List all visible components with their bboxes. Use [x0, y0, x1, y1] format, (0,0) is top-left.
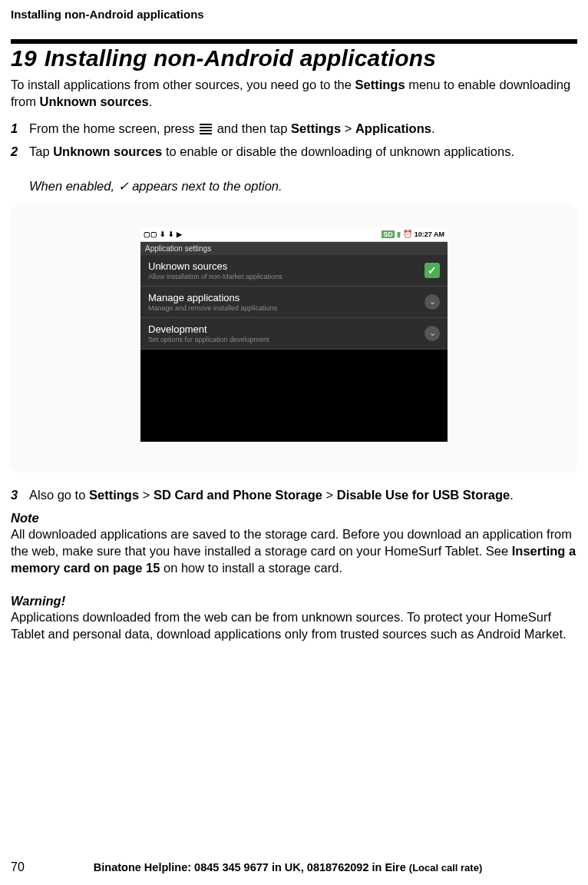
android-titlebar: Application settings: [140, 242, 448, 255]
android-screenshot: ▢▢ ⬇ ⬇ ▶ SD ▮ ⏰ 10:27 AM Application set…: [140, 227, 448, 442]
chapter-number: 19: [11, 45, 37, 71]
chevron-icon: ⌄: [424, 294, 440, 310]
step-2-text-b: to enable or disable the downloading of …: [162, 144, 514, 158]
step-3-text-a: Also go to: [29, 488, 89, 502]
step-1: 1 From the home screen, press and then t…: [11, 120, 577, 137]
step-1-text-a: From the home screen, press: [29, 121, 198, 135]
sd-icon: SD: [382, 230, 395, 238]
status-time: 10:27 AM: [415, 230, 444, 238]
step-3-text-b: .: [510, 488, 514, 502]
note-heading: Note: [11, 511, 577, 525]
battery-icon: ▮: [397, 230, 401, 238]
running-header: Installing non-Android applications: [11, 8, 577, 21]
step-1-text-c: .: [431, 121, 435, 135]
setting-subtitle: Set options for application development: [148, 336, 269, 343]
step-2: 2 Tap Unknown sources to enable or disab…: [11, 143, 577, 160]
status-right-icons: SD ▮ ⏰ 10:27 AM: [382, 230, 444, 238]
intro-text-c: .: [149, 94, 153, 108]
checkmark-glyph: ✓: [118, 179, 129, 193]
step-3-sd: SD Card and Phone Storage: [154, 488, 322, 502]
step-2-sub-a: When enabled,: [29, 179, 118, 193]
setting-title: Manage applications: [148, 292, 277, 303]
step-3: 3 Also go to Settings > SD Card and Phon…: [11, 486, 577, 503]
step-3-settings: Settings: [89, 488, 139, 502]
page-number: 70: [11, 860, 25, 874]
step-3-gt2: >: [322, 488, 337, 502]
setting-row-manage-apps[interactable]: Manage applications Manage and remove in…: [140, 287, 448, 318]
status-icon: ▢▢: [144, 230, 157, 238]
warning-heading: Warning!: [11, 594, 577, 608]
setting-row-unknown-sources[interactable]: Unknown sources Allow installation of no…: [140, 255, 448, 287]
step-2-sub-b: appears next to the option.: [129, 179, 282, 193]
helpline-text: Binatone Helpline: 0845 345 9677 in UK, …: [94, 861, 409, 873]
intro-text-a: To install applications from other sourc…: [11, 78, 355, 91]
intro-settings-bold: Settings: [355, 78, 405, 91]
chapter-title-text: Installing non-Android applications: [45, 45, 436, 71]
chevron-icon: ⌄: [424, 326, 440, 341]
status-icon: ▶: [177, 230, 182, 238]
helpline-rate: (Local call rate): [409, 862, 482, 873]
alarm-icon: ⏰: [403, 230, 412, 238]
chapter-heading: 19Installing non-Android applications: [11, 45, 577, 71]
screenshot-panel: ▢▢ ⬇ ⬇ ▶ SD ▮ ⏰ 10:27 AM Application set…: [11, 204, 577, 472]
step-2-unknown: Unknown sources: [53, 144, 162, 158]
step-1-number: 1: [11, 120, 29, 137]
step-1-apps: Applications: [355, 121, 431, 135]
page-footer: 70 Binatone Helpline: 0845 345 9677 in U…: [11, 860, 577, 885]
setting-title: Development: [148, 323, 269, 335]
step-1-settings: Settings: [291, 121, 341, 135]
step-2-text-a: Tap: [29, 144, 53, 158]
step-2-number: 2: [11, 143, 29, 160]
menu-icon: [200, 122, 212, 136]
step-2-subnote: When enabled, ✓ appears next to the opti…: [29, 179, 577, 194]
step-1-gt: >: [341, 121, 355, 135]
status-icon: ⬇: [160, 230, 166, 238]
setting-subtitle: Manage and remove installed applications: [148, 304, 277, 312]
android-statusbar: ▢▢ ⬇ ⬇ ▶ SD ▮ ⏰ 10:27 AM: [140, 227, 448, 242]
setting-subtitle: Allow installation of non-Market applica…: [148, 273, 282, 280]
intro-paragraph: To install applications from other sourc…: [11, 76, 577, 111]
note-text-a: All downloaded applications are saved to…: [11, 527, 572, 558]
android-empty-area: [140, 350, 448, 442]
status-left-icons: ▢▢ ⬇ ⬇ ▶: [144, 230, 182, 238]
warning-body: Applications downloaded from the web can…: [11, 608, 577, 643]
checkbox-on-icon[interactable]: ✓: [424, 263, 440, 278]
setting-title: Unknown sources: [148, 260, 282, 272]
note-text-b: on how to install a storage card.: [160, 561, 342, 575]
setting-row-development[interactable]: Development Set options for application …: [140, 318, 448, 350]
section-rule: [11, 39, 577, 44]
step-1-text-b: and then tap: [217, 121, 291, 135]
step-3-gt1: >: [139, 488, 154, 502]
step-3-disable: Disable Use for USB Storage: [337, 488, 510, 502]
intro-unknown-bold: Unknown sources: [40, 94, 149, 108]
step-3-number: 3: [11, 486, 29, 503]
note-body: All downloaded applications are saved to…: [11, 525, 577, 577]
status-icon: ⬇: [168, 230, 174, 238]
